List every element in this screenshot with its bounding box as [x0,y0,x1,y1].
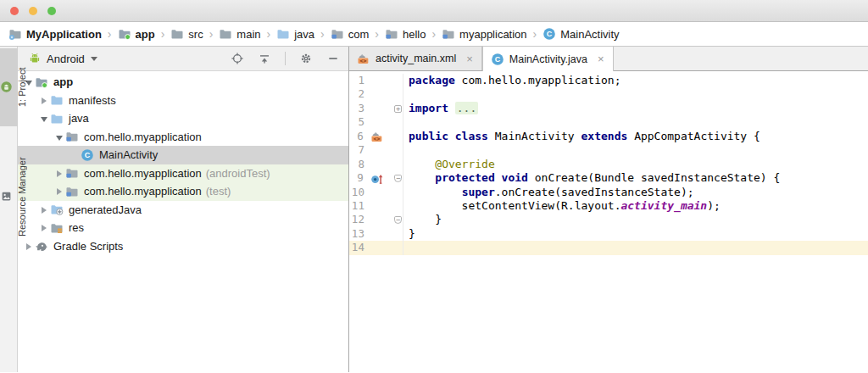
project-tree: appmanifestsjavacom.hello.myapplicationC… [18,71,348,372]
tree-row[interactable]: Gradle Scripts [18,237,348,256]
tree-chevron-icon[interactable] [53,131,65,143]
code-line[interactable]: 11 setContentView(R.layout.activity_main… [349,199,868,213]
tree-chevron-icon[interactable] [53,167,65,180]
module-folder-icon [118,27,131,41]
editor-gutter[interactable]: 12− [349,213,403,226]
editor-gutter[interactable]: 13 [349,227,403,241]
svg-text:C: C [85,151,91,159]
project-view-selector[interactable]: Android [47,53,85,65]
fold-minus-icon[interactable]: − [394,216,402,224]
editor-gutter[interactable]: 11 [349,199,403,213]
editor-gutter[interactable]: 10 [349,186,403,199]
breadcrumb-item[interactable]: src [170,27,203,41]
code-line[interactable]: 10 super.onCreate(savedInstanceState); [349,186,868,199]
tree-item-label: com.hello.myapplication [84,185,202,198]
project-tool-window: Android appmanifestsjavacom.hello.myappl… [18,47,349,372]
breadcrumb-item[interactable]: main [219,27,260,41]
editor-gutter[interactable]: 3+ [349,102,403,115]
android-project-icon [0,81,13,94]
tree-row[interactable]: manifests [18,92,348,110]
editor-gutter[interactable]: 5 [349,115,403,129]
breadcrumb-item[interactable]: hello [385,27,426,41]
editor-tab[interactable]: CMainActivity.java× [482,47,614,71]
stripe-tab-project[interactable]: 1: Project [0,48,18,126]
fold-marker[interactable]: + [393,102,403,115]
breadcrumb-item[interactable]: java [276,27,314,41]
code-editor[interactable]: 1package com.hello.myapplication;23+impo… [349,71,868,372]
tree-item-suffix: (test) [206,185,231,198]
fold-plus-icon[interactable]: + [394,105,402,113]
editor-gutter[interactable]: 14 [349,241,403,254]
tree-item-label: res [69,221,84,234]
editor-gutter[interactable]: 9− [349,171,403,185]
tree-row[interactable]: java [18,109,348,128]
minimize-window-button[interactable] [29,7,37,15]
tree-chevron-icon[interactable] [38,112,50,125]
code-line[interactable]: 13} [349,227,868,241]
tree-chevron-icon[interactable] [38,221,50,234]
stripe-tab-resource-manager[interactable]: Resource Manager [0,141,18,253]
editor-gutter[interactable]: 7 [349,143,403,157]
editor-gutter[interactable]: 1 [349,74,403,87]
close-window-button[interactable] [10,7,19,15]
code-line[interactable]: 6<>public class MainActivity extends App… [349,130,868,143]
settings-icon[interactable] [299,52,313,65]
collapse-all-icon[interactable] [258,52,271,65]
hide-icon[interactable] [326,52,340,65]
tree-row[interactable]: app [18,73,348,92]
locate-icon[interactable] [231,52,244,65]
breadcrumb-separator: › [320,27,325,41]
tree-row[interactable]: generatedJava [18,201,348,220]
editor-gutter[interactable]: 2 [349,87,403,101]
tree-chevron-icon[interactable] [23,240,35,253]
blue-folder-icon [50,112,64,125]
fold-marker[interactable]: − [394,171,403,185]
package-folder-icon [65,130,79,143]
fold-marker[interactable]: − [393,213,403,226]
module-folder-icon [35,75,48,89]
code-line[interactable]: 14 [349,241,868,254]
tree-item-label: manifests [69,94,116,107]
tree-chevron-icon[interactable] [38,203,50,216]
editor-tab-bar: <>activity_main.xml×CMainActivity.java× [349,47,868,71]
layout-file-icon[interactable]: <> [370,130,384,143]
zoom-window-button[interactable] [47,7,56,15]
tree-row[interactable]: com.hello.myapplication(test) [18,182,348,201]
code-line[interactable]: 7 [349,143,868,157]
tree-row[interactable]: com.hello.myapplication(androidTest) [18,164,348,183]
tree-chevron-icon[interactable] [53,185,65,198]
svg-text:<>: <> [359,58,366,64]
resource-manager-icon [0,191,13,203]
tree-row[interactable]: res [18,219,348,237]
breadcrumb-item[interactable]: CMainActivity [542,27,619,41]
code-line[interactable]: 5 [349,115,868,129]
breadcrumb-item[interactable]: app [118,27,155,41]
code-line[interactable]: 9− protected void onCreate(Bundle savedI… [349,171,868,185]
code-line[interactable]: 8 @Override [349,158,868,171]
close-tab-icon[interactable]: × [466,53,473,64]
tree-chevron-icon[interactable] [38,94,50,107]
breadcrumb-label: MainActivity [560,28,619,41]
editor-tab[interactable]: <>activity_main.xml× [349,47,482,70]
tree-row[interactable]: com.hello.myapplication [18,128,348,147]
titlebar [0,0,868,22]
package-folder-icon [65,185,79,198]
code-line[interactable]: 3+import ... [349,102,868,115]
stripe-tab-label: Resource Manager [17,157,27,237]
tree-row[interactable]: CMainActivity [18,146,348,164]
breadcrumb-item[interactable]: MyApplication [8,27,102,41]
code-line[interactable]: 1package com.hello.myapplication; [349,74,868,87]
code-line[interactable]: 2 [349,87,868,101]
override-icon[interactable] [370,171,384,185]
editor-gutter[interactable]: 6<> [349,130,403,143]
breadcrumb-item[interactable]: myapplication [442,27,527,41]
tree-item-label: MainActivity [99,148,158,161]
editor-gutter[interactable]: 8 [349,158,403,171]
code-text: public class MainActivity extends AppCom… [403,130,760,143]
chevron-down-icon[interactable] [91,57,97,61]
close-tab-icon[interactable]: × [598,53,604,64]
breadcrumb-item[interactable]: com [331,27,370,41]
fold-minus-icon[interactable]: − [394,175,402,182]
line-number: 3 [349,102,364,115]
code-line[interactable]: 12− } [349,213,868,226]
